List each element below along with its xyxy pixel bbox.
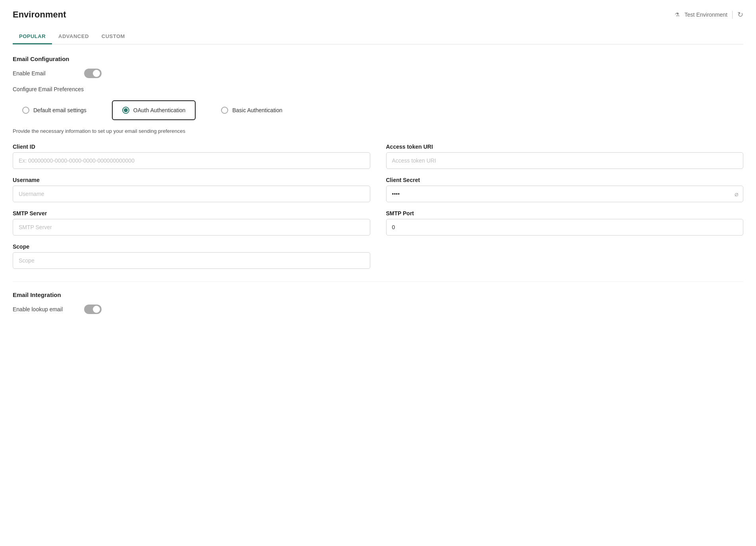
enable-email-label: Enable Email (13, 70, 84, 77)
smtp-server-input[interactable] (13, 219, 370, 236)
email-configuration-section: Email Configuration Enable Email Configu… (13, 56, 743, 269)
client-id-input[interactable] (13, 152, 370, 169)
form-grid: Client ID Access token URI Username Clie… (13, 144, 743, 269)
radio-options: Default email settings OAuth Authenticat… (13, 100, 743, 120)
username-label: Username (13, 177, 370, 183)
access-token-uri-label: Access token URI (386, 144, 744, 150)
flask-icon: ⚗ (675, 11, 680, 18)
enable-email-toggle[interactable] (84, 69, 102, 78)
client-secret-field: Client Secret ⌀ (386, 177, 744, 202)
page-title: Environment (13, 10, 66, 20)
helper-text: Provide the necessary information to set… (13, 128, 743, 134)
email-config-title: Email Configuration (13, 56, 743, 62)
radio-oauth[interactable]: OAuth Authentication (112, 100, 196, 120)
configure-email-label: Configure Email Preferences (13, 86, 743, 92)
test-environment-label: Test Environment (685, 11, 727, 18)
username-input[interactable] (13, 186, 370, 202)
enable-lookup-label: Enable lookup email (13, 306, 84, 312)
access-token-uri-input[interactable] (386, 152, 744, 169)
enable-lookup-row: Enable lookup email (13, 305, 743, 314)
access-token-uri-field: Access token URI (386, 144, 744, 169)
header-right: ⚗ Test Environment ↻ (675, 10, 743, 19)
radio-label-oauth: OAuth Authentication (133, 107, 186, 113)
tab-advanced[interactable]: ADVANCED (52, 29, 95, 44)
tab-popular[interactable]: POPULAR (13, 29, 52, 44)
username-field: Username (13, 177, 370, 202)
refresh-icon[interactable]: ↻ (737, 10, 743, 19)
enable-email-row: Enable Email (13, 69, 743, 78)
tab-custom[interactable]: CUSTOM (95, 29, 131, 44)
email-integration-section: Email Integration Enable lookup email (13, 291, 743, 314)
scope-input[interactable] (13, 252, 370, 269)
client-secret-input[interactable] (386, 186, 744, 202)
radio-default-email[interactable]: Default email settings (13, 101, 96, 119)
scope-label: Scope (13, 243, 370, 250)
smtp-port-label: SMTP Port (386, 210, 744, 216)
smtp-port-input[interactable] (386, 219, 744, 236)
radio-circle-default (22, 107, 29, 114)
radio-basic-auth[interactable]: Basic Authentication (212, 101, 292, 119)
client-secret-label: Client Secret (386, 177, 744, 183)
smtp-server-field: SMTP Server (13, 210, 370, 236)
smtp-server-label: SMTP Server (13, 210, 370, 216)
radio-circle-oauth (122, 107, 129, 114)
eye-slash-icon[interactable]: ⌀ (735, 190, 739, 198)
smtp-port-field: SMTP Port (386, 210, 744, 236)
page-header: Environment ⚗ Test Environment ↻ (13, 10, 743, 20)
tabs-container: POPULAR ADVANCED CUSTOM (13, 29, 743, 44)
page-container: Environment ⚗ Test Environment ↻ POPULAR… (0, 0, 756, 546)
scope-field: Scope (13, 243, 370, 269)
section-divider (13, 282, 743, 282)
client-id-label: Client ID (13, 144, 370, 150)
client-secret-wrapper: ⌀ (386, 186, 744, 202)
client-id-field: Client ID (13, 144, 370, 169)
enable-lookup-toggle[interactable] (84, 305, 102, 314)
radio-label-basic: Basic Authentication (232, 107, 282, 113)
email-integration-title: Email Integration (13, 291, 743, 298)
radio-label-default: Default email settings (33, 107, 87, 113)
header-divider (732, 11, 733, 19)
radio-circle-basic (221, 107, 228, 114)
